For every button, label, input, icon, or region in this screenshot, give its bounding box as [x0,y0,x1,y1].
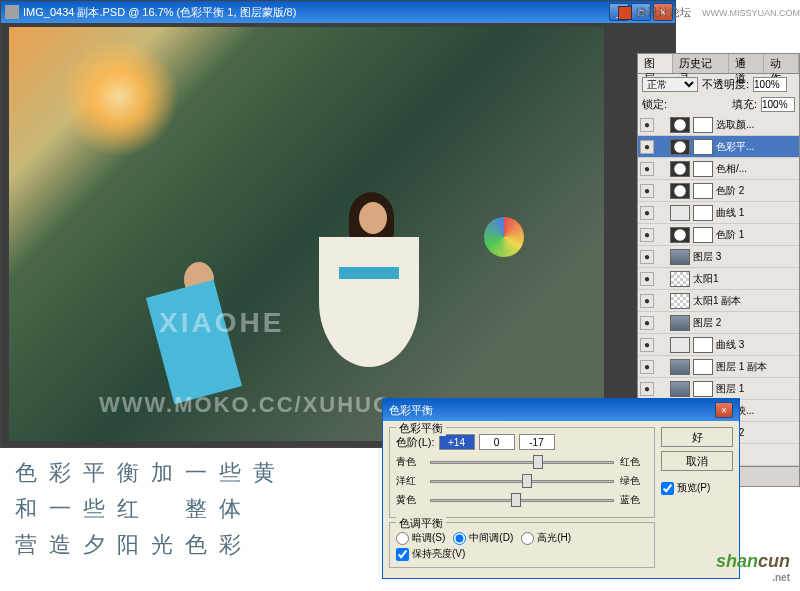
layer-name: 图层 1 [716,382,797,396]
panel-tabs: 图层历史记录通道动作 [638,54,799,74]
mask-thumb [693,139,713,155]
layer-row[interactable]: ●曲线 1 [638,202,799,224]
layer-row[interactable]: ●色阶 1 [638,224,799,246]
layer-name: 色阶 2 [716,184,797,198]
layer-thumb [670,205,690,221]
layer-row[interactable]: ●太阳1 副本 [638,290,799,312]
color-balance-dialog: 色彩平衡 × 色彩平衡 色阶(L): 青色红色洋红绿色黄色蓝色 色调平衡 暗调(… [382,398,740,579]
layer-thumb [670,359,690,375]
visibility-icon[interactable]: ● [640,382,654,396]
layer-thumb [670,227,690,243]
layer-row[interactable]: ●图层 1 副本 [638,356,799,378]
panel-tab-2[interactable]: 通道 [729,54,764,73]
visibility-icon[interactable]: ● [640,272,654,286]
layer-thumb [670,381,690,397]
color-balance-group: 色彩平衡 色阶(L): 青色红色洋红绿色黄色蓝色 [389,427,655,518]
preserve-luminosity-check[interactable]: 保持亮度(V) [396,547,648,561]
slider[interactable] [430,454,614,470]
mask-thumb [693,117,713,133]
layer-row[interactable]: ●色相/... [638,158,799,180]
layer-row[interactable]: ●色彩平... [638,136,799,158]
slider-row-2: 黄色蓝色 [396,492,648,508]
layer-row[interactable]: ●太阳1 [638,268,799,290]
tone-balance-group: 色调平衡 暗调(S) 中间调(D) 高光(H) 保持亮度(V) [389,522,655,568]
panel-tab-1[interactable]: 历史记录 [673,54,730,73]
layer-row[interactable]: ●图层 2 [638,312,799,334]
slider[interactable] [430,473,614,489]
cancel-button[interactable]: 取消 [661,451,733,471]
slider[interactable] [430,492,614,508]
level-magenta-green[interactable] [479,434,515,450]
layer-name: 曲线 3 [716,338,797,352]
ok-button[interactable]: 好 [661,427,733,447]
visibility-icon[interactable]: ● [640,360,654,374]
mask-thumb [693,381,713,397]
layer-row[interactable]: ●曲线 3 [638,334,799,356]
blend-row: 正常 不透明度: [638,74,799,94]
layer-thumb [670,249,690,265]
pinwheel [484,217,524,257]
visibility-icon[interactable]: ● [640,206,654,220]
layer-thumb [670,161,690,177]
site-logo: shancun .net [716,551,790,583]
lock-row: 锁定: 填充: [638,94,799,114]
titlebar[interactable]: IMG_0434 副本.PSD @ 16.7% (色彩平衡 1, 图层蒙版/8) [1,1,675,23]
caption-text: 色彩平衡加一些黄 和一些红 整体 营造夕阳光色彩 [15,455,287,563]
layer-name: 色相/... [716,162,797,176]
visibility-icon[interactable]: ● [640,140,654,154]
visibility-icon[interactable]: ● [640,250,654,264]
layer-thumb [670,271,690,287]
blend-mode-select[interactable]: 正常 [642,77,698,92]
layer-name: 图层 3 [693,250,797,264]
dialog-close-button[interactable]: × [715,402,733,418]
panel-tab-0[interactable]: 图层 [638,54,673,73]
mask-thumb [693,205,713,221]
layer-thumb [670,117,690,133]
visibility-icon[interactable]: ● [640,162,654,176]
mask-thumb [693,337,713,353]
midtones-radio[interactable]: 中间调(D) [453,531,513,545]
watermark-2: WWW.MOKO.CC/XUHUO [99,392,392,418]
layer-name: 图层 2 [693,316,797,330]
layer-name: 色阶 1 [716,228,797,242]
watermark-1: XIAOHE [159,307,284,339]
dialog-titlebar[interactable]: 色彩平衡 × [383,399,739,421]
level-yellow-blue[interactable] [519,434,555,450]
visibility-icon[interactable]: ● [640,316,654,330]
mask-thumb [693,359,713,375]
visibility-icon[interactable]: ● [640,118,654,132]
visibility-icon[interactable]: ● [640,228,654,242]
layer-thumb [670,293,690,309]
app-icon [5,5,19,19]
layer-name: 曲线 1 [716,206,797,220]
slider-row-1: 洋红绿色 [396,473,648,489]
layer-row[interactable]: ●图层 3 [638,246,799,268]
shadows-radio[interactable]: 暗调(S) [396,531,445,545]
panel-tab-3[interactable]: 动作 [764,54,799,73]
layer-thumb [670,183,690,199]
layer-thumb [670,139,690,155]
visibility-icon[interactable]: ● [640,338,654,352]
layer-name: 色彩平... [716,140,797,154]
opacity-input[interactable] [753,77,787,92]
window-title: IMG_0434 副本.PSD @ 16.7% (色彩平衡 1, 图层蒙版/8) [23,5,296,20]
layer-row[interactable]: ●色阶 2 [638,180,799,202]
layer-thumb [670,315,690,331]
level-cyan-red[interactable] [439,434,475,450]
highlights-radio[interactable]: 高光(H) [521,531,571,545]
mask-thumb [693,161,713,177]
close-icon[interactable] [618,6,632,20]
layer-name: 太阳1 副本 [693,294,797,308]
layer-name: 图层 1 副本 [716,360,797,374]
layer-row[interactable]: ●图层 1 [638,378,799,400]
fill-input[interactable] [761,97,795,112]
canvas[interactable]: XIAOHE WWW.MOKO.CC/XUHUO [9,27,604,441]
mask-thumb [693,227,713,243]
mask-thumb [693,183,713,199]
visibility-icon[interactable]: ● [640,294,654,308]
visibility-icon[interactable]: ● [640,184,654,198]
slider-row-0: 青色红色 [396,454,648,470]
preview-check[interactable]: 预览(P) [661,481,733,495]
layer-row[interactable]: ●选取颜... [638,114,799,136]
forum-tag: 缘设计论坛 WWW.MISSYUAN.COM [618,5,800,20]
